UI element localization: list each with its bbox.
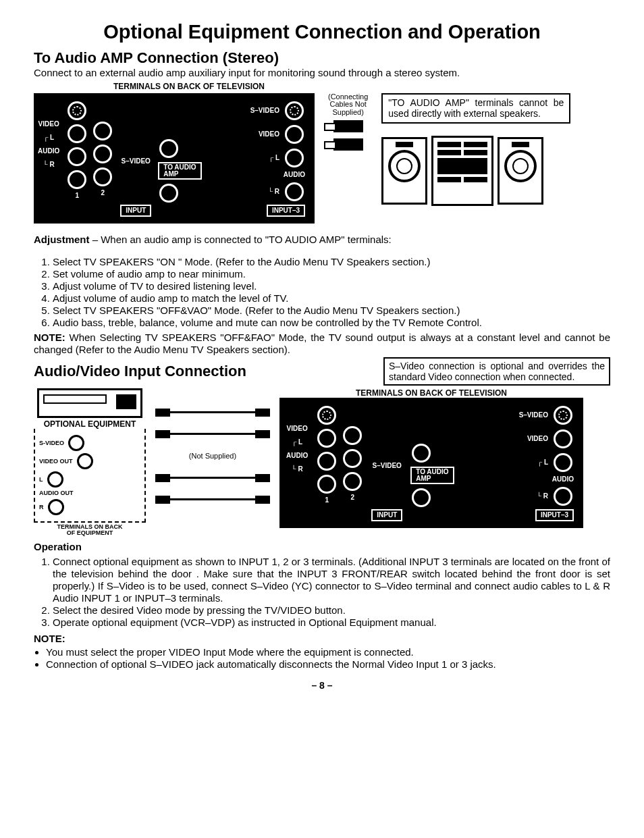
label-svideo-3: S–VIDEO [519, 411, 548, 419]
label-rl-3: ┌ L [537, 459, 548, 467]
figure-1: VIDEO ┌ L AUDIO └ R 1 2 S–VIDEO [34, 93, 610, 224]
section1-heading: To Audio AMP Connection (Stereo) [34, 49, 610, 67]
eq-videoout-label: VIDEO OUT [39, 458, 73, 465]
vcr-icon [37, 388, 142, 418]
list-item: Set volume of audio amp to near minimum. [53, 268, 610, 280]
operation-heading: Operation [34, 541, 610, 553]
audio3-r-jack-icon [554, 487, 572, 506]
audio-r-jack-icon [93, 167, 112, 186]
amp-l-jack-icon [159, 139, 178, 158]
label-video: VIDEO [38, 120, 59, 128]
note-1: NOTE: When Selecting TV SPEAKERS "OFF&FA… [34, 332, 610, 356]
svideo3-jack-icon [554, 406, 572, 425]
list-item: You must select the proper VIDEO Input M… [46, 646, 610, 658]
svideo-jack-icon [68, 101, 86, 120]
section1-intro: Connect to an external audio amp auxilia… [34, 67, 610, 79]
list-item: Adjust volume of TV to desired listening… [53, 280, 610, 292]
label-rl-3: ┌ L [269, 154, 279, 162]
label-svideo: S–VIDEO [373, 462, 402, 470]
eq-l-label: L [39, 476, 43, 483]
adjustment-steps: Select TV SPEAKERS "ON " Mode. (Refer to… [53, 256, 610, 329]
tv-back-panel-2: VIDEO ┌ L AUDIO └ R 1 2 [279, 398, 583, 528]
panel-caption-1: TERMINALS ON BACK OF TELEVISION [95, 82, 284, 91]
eq-back-caption: TERMINALS ON BACK OF EQUIPMENT [57, 524, 123, 537]
list-item: Adjust volume of audio amp to match the … [53, 292, 610, 305]
label-lr: └ R [292, 465, 303, 473]
list-item: Select TV SPEAKERS "ON " Mode. (Refer to… [53, 256, 610, 268]
panel-caption-2: TERMINALS ON BACK OF TELEVISION [279, 388, 583, 398]
amplifier-icon [431, 136, 493, 206]
rca-plug-icon [333, 138, 363, 151]
video-jack-icon [93, 122, 112, 140]
audio-l-jack-icon [317, 452, 336, 471]
cable-annotation: (Connecting Cables Not Supplied) [328, 93, 368, 153]
label-svideo-3: S–VIDEO [250, 107, 279, 115]
list-item: Operate optional equipment (VCR–VDP) as … [53, 617, 610, 629]
label-video: VIDEO [287, 425, 308, 433]
video-jack-icon [317, 429, 336, 448]
label-audio: AUDIO [38, 147, 59, 155]
audio-r-jack-icon [317, 475, 336, 494]
eq-audio-r-jack-icon [48, 499, 64, 515]
video3-jack-icon [554, 429, 572, 448]
speaker-left-icon [381, 137, 427, 205]
label-to-audio-amp: TO AUDIO AMP [410, 467, 454, 484]
eq-r-label: R [39, 504, 44, 511]
audio-l-jack-icon [93, 145, 112, 163]
label-2: 2 [350, 494, 354, 502]
optional-eq-caption: OPTIONAL EQUIPMENT [39, 419, 140, 429]
video-jack-icon [343, 426, 362, 445]
label-1: 1 [75, 192, 79, 200]
adjustment-intro: Adjustment – When an audio amp is connec… [34, 234, 610, 246]
page-number: – 8 – [34, 680, 610, 691]
label-input: INPUT [120, 205, 151, 217]
audio-r-jack-icon [68, 170, 86, 189]
svideo-cable-icon [155, 409, 270, 417]
label-input3: INPUT–3 [535, 509, 574, 521]
label-audio-3: AUDIO [284, 171, 305, 179]
note2-heading: NOTE: [34, 633, 610, 645]
label-1: 1 [325, 496, 329, 504]
list-item: Connection of optional S–VIDEO jack auto… [46, 658, 610, 671]
audio-r-jack-icon [343, 472, 362, 491]
page-title: Optional Equipment Connection and Operat… [34, 20, 610, 44]
audio-r-cable-icon [155, 496, 270, 504]
figure-2: OPTIONAL EQUIPMENT S-VIDEO VIDEO OUT L A… [34, 388, 610, 537]
operation-steps: Connect optional equipment as shown to I… [53, 556, 610, 629]
video3-jack-icon [285, 125, 304, 144]
warning-box: "TO AUDIO AMP" terminals cannot be used … [381, 93, 570, 124]
list-item: Select TV SPEAKERS "OFF&VAO" Mode. (Refe… [53, 305, 610, 317]
note2-list: You must select the proper VIDEO Input M… [46, 646, 610, 671]
stereo-system-icon [381, 136, 570, 206]
section2-heading: Audio/Video Input Connection [34, 363, 246, 380]
label-to-audio-amp: TO AUDIO AMP [158, 162, 201, 180]
rca-plug-icon [333, 120, 363, 132]
list-item: Audio bass, treble, balance, volume and … [53, 317, 610, 329]
label-lr-3: └ R [268, 188, 279, 196]
label-rl: ┌ L [292, 438, 302, 446]
amp-l-jack-icon [412, 444, 431, 463]
amp-r-jack-icon [159, 184, 178, 203]
label-video-3: VIDEO [527, 435, 548, 443]
audio3-l-jack-icon [285, 149, 304, 167]
label-audio: AUDIO [286, 452, 308, 460]
eq-video-jack-icon [77, 453, 93, 469]
not-supplied-label: (Not Supplied) [189, 452, 236, 461]
label-lr: └ R [43, 161, 55, 169]
list-item: Connect optional equipment as shown to I… [53, 556, 610, 604]
video-cable-icon [155, 430, 270, 438]
label-svideo: S–VIDEO [122, 157, 151, 165]
label-audio-3: AUDIO [552, 475, 574, 483]
label-lr-3: └ R [537, 492, 548, 500]
audio-l-jack-icon [68, 147, 86, 166]
label-2: 2 [101, 189, 105, 197]
video-jack-icon [68, 124, 86, 143]
eq-svideo-label: S-VIDEO [39, 440, 64, 447]
label-input3: INPUT–3 [267, 205, 305, 217]
svideo3-jack-icon [285, 101, 304, 120]
label-input: INPUT [371, 509, 402, 521]
tv-back-panel: VIDEO ┌ L AUDIO └ R 1 2 S–VIDEO [34, 93, 315, 224]
eq-audioout-label: AUDIO OUT [39, 490, 74, 497]
svideo-note-box: S–Video connection is optional and overr… [383, 357, 610, 386]
cables-column: (Not Supplied) [155, 388, 270, 504]
